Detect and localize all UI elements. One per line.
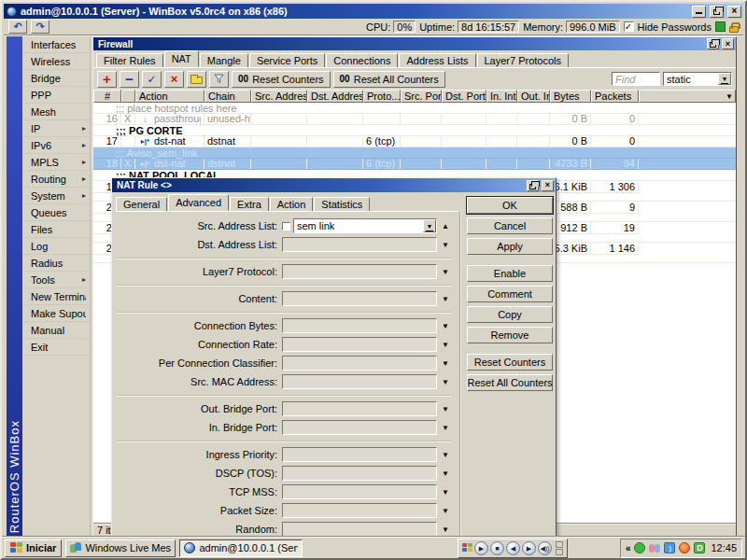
expand-toggle-icon[interactable]: ▼ bbox=[439, 405, 452, 413]
dialog-cancel-button[interactable]: Cancel bbox=[467, 217, 553, 234]
dialog-tab-action[interactable]: Action bbox=[270, 197, 314, 211]
comment-rule-button[interactable] bbox=[187, 71, 206, 88]
sidebar-item-mpls[interactable]: MPLS▸ bbox=[22, 154, 90, 171]
dialog-remove-button[interactable]: Remove bbox=[467, 327, 553, 343]
column-header-out-interface[interactable]: Out. Int... bbox=[517, 90, 550, 103]
dialog-tab-advanced[interactable]: Advanced bbox=[168, 194, 229, 211]
column-header-src-address[interactable]: Src. Address bbox=[251, 90, 307, 103]
combo-empty[interactable] bbox=[282, 264, 437, 279]
comment-row[interactable]: ;;; PG CORTE bbox=[93, 125, 736, 136]
undo-button[interactable]: ↶ bbox=[8, 20, 27, 34]
sidebar-item-wireless[interactable]: Wireless bbox=[22, 53, 90, 70]
dialog-tab-general[interactable]: General bbox=[116, 197, 167, 211]
dialog-titlebar[interactable]: NAT Rule <> × bbox=[112, 178, 556, 192]
enable-rule-button[interactable]: ✓ bbox=[142, 71, 162, 88]
filter-select[interactable]: static ▼ bbox=[663, 72, 732, 86]
combo-empty[interactable] bbox=[282, 447, 437, 462]
tab-nat[interactable]: NAT bbox=[164, 50, 199, 67]
start-button[interactable]: Iniciar bbox=[5, 539, 62, 557]
dialog-reset-counters-button[interactable]: Reset Counters bbox=[467, 354, 553, 371]
tab-service-ports[interactable]: Service Ports bbox=[249, 53, 325, 67]
combo-empty[interactable] bbox=[282, 484, 437, 499]
tray-icon-orange[interactable] bbox=[679, 542, 690, 553]
comment-row[interactable]: ;;; Aviso_sem_link bbox=[93, 147, 736, 159]
expand-toggle-icon[interactable]: ▼ bbox=[439, 322, 452, 330]
column-header-packets[interactable]: Packets bbox=[591, 90, 639, 103]
column-header-proto[interactable]: Proto... bbox=[363, 90, 401, 103]
expand-toggle-icon[interactable]: ▼ bbox=[439, 341, 452, 349]
tab-mangle[interactable]: Mangle bbox=[200, 53, 248, 67]
sidebar-item-interfaces[interactable]: Interfaces bbox=[22, 36, 90, 53]
dialog-enable-button[interactable]: Enable bbox=[467, 265, 553, 282]
combo-empty[interactable] bbox=[282, 401, 437, 416]
tab-filter-rules[interactable]: Filter Rules bbox=[96, 53, 163, 67]
firewall-titlebar[interactable]: Firewall × bbox=[93, 37, 736, 50]
dialog-tab-extra[interactable]: Extra bbox=[230, 197, 269, 211]
filter-button[interactable] bbox=[209, 71, 229, 88]
tab-layer7-protocols[interactable]: Layer7 Protocols bbox=[477, 53, 570, 67]
expand-toggle-icon[interactable]: ▼ bbox=[439, 525, 452, 534]
column-header-chain[interactable]: Chain bbox=[204, 90, 251, 103]
dialog-comment-button[interactable]: Comment bbox=[467, 286, 553, 302]
play-button[interactable]: ▶ bbox=[474, 541, 488, 555]
column-header-src-port[interactable]: Src. Port bbox=[401, 90, 442, 103]
reset-all-counters-button[interactable]: 00 Reset All Counters bbox=[333, 71, 445, 88]
sidebar-item-routing[interactable]: Routing▸ bbox=[22, 171, 90, 188]
remove-rule-button[interactable]: − bbox=[120, 71, 139, 88]
sidebar-item-new-terminal[interactable]: New Terminal bbox=[22, 288, 90, 305]
sidebar-item-system[interactable]: System▸ bbox=[22, 188, 90, 204]
dialog-tab-statistics[interactable]: Statistics bbox=[314, 197, 370, 211]
column-header-dst-address[interactable]: Dst. Address bbox=[307, 90, 363, 103]
expand-toggle-icon[interactable]: ▼ bbox=[439, 507, 452, 515]
sidebar-item-files[interactable]: Files bbox=[22, 221, 90, 238]
expand-toggle-icon[interactable]: ▼ bbox=[439, 359, 452, 368]
combo-input[interactable]: sem link▼ bbox=[293, 218, 437, 233]
expand-toggle-icon[interactable]: ▼ bbox=[439, 378, 452, 386]
column-header-flag[interactable] bbox=[121, 90, 135, 103]
sidebar-item-tools[interactable]: Tools▸ bbox=[22, 272, 90, 288]
sidebar-item-log[interactable]: Log bbox=[22, 238, 90, 255]
expand-toggle-icon[interactable]: ▼ bbox=[439, 241, 452, 249]
combo-empty[interactable] bbox=[282, 466, 437, 481]
next-button[interactable]: ▶ bbox=[522, 541, 536, 555]
media-player-mini-buttons[interactable] bbox=[556, 541, 563, 555]
expand-toggle-icon[interactable]: ▼ bbox=[439, 451, 452, 459]
firewall-restore-button[interactable] bbox=[707, 38, 719, 49]
previous-button[interactable]: ◀ bbox=[506, 541, 520, 555]
dialog-restore-button[interactable] bbox=[527, 180, 539, 191]
not-checkbox[interactable] bbox=[282, 222, 290, 231]
combo-empty[interactable] bbox=[282, 318, 437, 333]
rule-row[interactable]: 16Xpassthroughunused-hs...0 B0 bbox=[93, 114, 736, 125]
redo-button[interactable]: ↷ bbox=[31, 20, 49, 34]
rule-row[interactable]: 18Xdst-natdstnat6 (tcp)4733 B94 bbox=[93, 159, 736, 170]
combo-empty[interactable] bbox=[282, 337, 437, 352]
sidebar-item-ipv6[interactable]: IPv6▸ bbox=[22, 137, 90, 154]
close-button[interactable]: × bbox=[727, 6, 741, 18]
expand-toggle-icon[interactable]: ▼ bbox=[439, 469, 452, 478]
add-rule-button[interactable]: + bbox=[97, 71, 117, 88]
list-select-button[interactable]: ▼ bbox=[423, 219, 436, 232]
sidebar-item-make-supout-rif[interactable]: Make Supout.rif bbox=[22, 305, 90, 322]
tray-icon-contacts[interactable] bbox=[649, 542, 660, 553]
hide-passwords-checkbox[interactable]: ✓ bbox=[624, 21, 634, 32]
column-header-dst-port[interactable]: Dst. Port bbox=[442, 90, 486, 103]
sidebar-item-exit[interactable]: Exit bbox=[22, 339, 90, 356]
expand-toggle-icon[interactable]: ▼ bbox=[439, 295, 452, 303]
disable-rule-button[interactable]: × bbox=[164, 71, 184, 88]
dialog-reset-all-counters-button[interactable]: Reset All Counters bbox=[467, 374, 553, 391]
sidebar-item-mesh[interactable]: Mesh bbox=[22, 104, 90, 120]
stop-button[interactable]: ■ bbox=[490, 541, 504, 555]
collapse-toggle-icon[interactable]: ▲ bbox=[439, 222, 452, 231]
sidebar-item-bridge[interactable]: Bridge bbox=[22, 70, 90, 87]
combo-empty[interactable] bbox=[282, 356, 437, 371]
dialog-copy-button[interactable]: Copy bbox=[467, 306, 553, 323]
firewall-close-button[interactable]: × bbox=[722, 38, 734, 49]
column-header-num[interactable]: # bbox=[93, 90, 121, 103]
column-picker-icon[interactable]: ▼ bbox=[726, 92, 733, 101]
column-header-bytes[interactable]: Bytes bbox=[550, 90, 591, 103]
sidebar-item-radius[interactable]: Radius bbox=[22, 255, 90, 272]
sidebar-item-manual[interactable]: Manual bbox=[22, 322, 90, 339]
dialog-close-button[interactable]: × bbox=[542, 180, 554, 191]
taskbar-task-admin-10-0-0-1-serv[interactable]: admin@10.0.0.1 (Serv... bbox=[179, 539, 303, 557]
volume-button[interactable]: ◀)) bbox=[538, 541, 552, 555]
